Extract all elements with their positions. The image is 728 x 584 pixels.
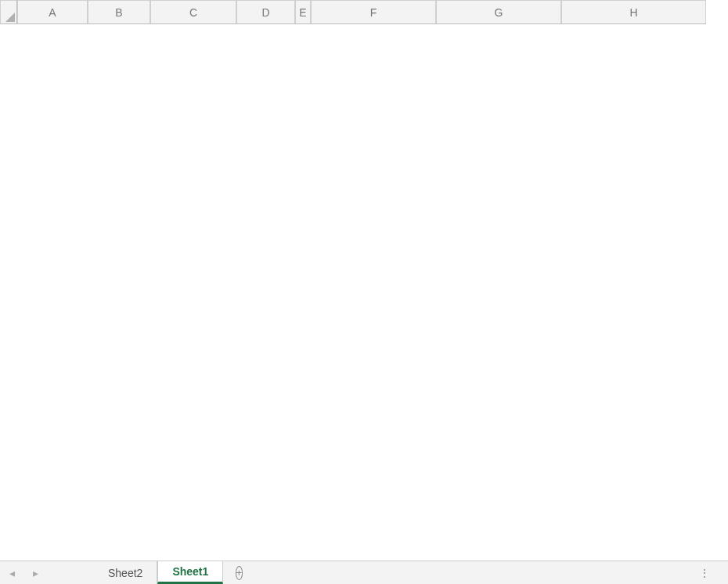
- tab-sheet2[interactable]: Sheet2: [94, 561, 157, 584]
- col-header-A[interactable]: A: [17, 0, 88, 24]
- select-all-corner[interactable]: [0, 0, 17, 24]
- col-header-D[interactable]: D: [236, 0, 295, 24]
- col-header-E[interactable]: E: [295, 0, 311, 24]
- col-header-B[interactable]: B: [88, 0, 150, 24]
- col-header-G[interactable]: G: [436, 0, 561, 24]
- col-header-C[interactable]: C: [150, 0, 236, 24]
- col-header-H[interactable]: H: [561, 0, 706, 24]
- tab-nav-prev[interactable]: ◂: [0, 561, 23, 584]
- tab-sheet1[interactable]: Sheet1: [157, 561, 223, 584]
- col-header-F[interactable]: F: [311, 0, 436, 24]
- tab-options-icon[interactable]: ⋮: [699, 561, 728, 584]
- sheet-tab-strip: ◂ ▸ Sheet2 Sheet1 + ⋮: [0, 561, 728, 584]
- tab-new-sheet[interactable]: +: [223, 561, 254, 584]
- tab-nav-next[interactable]: ▸: [23, 561, 47, 584]
